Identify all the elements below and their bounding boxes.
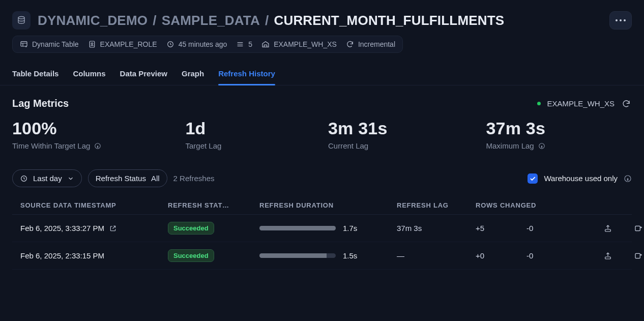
- chip-role-text: EXAMPLE_ROLE: [100, 40, 157, 48]
- refresh-count: 2 Refreshes: [173, 174, 215, 183]
- refresh-status-value: All: [151, 174, 160, 183]
- row-duration: 1.5s: [259, 251, 397, 260]
- svg-point-0: [18, 17, 24, 19]
- th-source-ts[interactable]: SOURCE DATA TIMESTAMP: [20, 201, 168, 209]
- table-header: SOURCE DATA TIMESTAMP REFRESH STAT… REFR…: [12, 196, 632, 215]
- metric-label: Time Within Target Lag: [12, 141, 90, 150]
- breadcrumb: DYNAMIC_DEMO / SAMPLE_DATA / CURRENT_MON…: [12, 11, 504, 30]
- warehouse-status-name: EXAMPLE_WH_XS: [547, 99, 614, 108]
- row-rows-removed: -0: [526, 224, 593, 232]
- chip-age: 45 minutes ago: [166, 40, 227, 48]
- metric-value: 3m 31s: [328, 119, 474, 138]
- refresh-table: SOURCE DATA TIMESTAMP REFRESH STAT… REFR…: [0, 196, 644, 270]
- metric-value: 100%: [12, 119, 158, 138]
- th-duration[interactable]: REFRESH DURATION: [259, 201, 397, 209]
- chip-rows-text: 5: [248, 40, 252, 48]
- warehouse-only-label: Warehouse used only: [544, 174, 618, 183]
- refresh-status-filter[interactable]: Refresh Status All: [88, 169, 167, 187]
- row-rows-added: +5: [476, 224, 526, 232]
- svg-rect-1: [21, 42, 27, 46]
- th-status[interactable]: REFRESH STAT…: [168, 201, 259, 209]
- metric-value: 37m 3s: [486, 119, 632, 138]
- warehouse-only-checkbox[interactable]: [528, 173, 538, 184]
- overflow-menu-button[interactable]: [609, 11, 632, 30]
- row-upload-icon[interactable]: [593, 224, 623, 232]
- svg-point-3: [91, 43, 93, 44]
- row-upload-icon[interactable]: [593, 252, 623, 260]
- chip-warehouse: EXAMPLE_WH_XS: [261, 40, 337, 48]
- clock-icon: [20, 174, 28, 183]
- th-rows-changed[interactable]: ROWS CHANGED: [476, 201, 593, 209]
- breadcrumb-seg-object: CURRENT_MONTH_FULFILLMENTS: [274, 13, 504, 28]
- breadcrumb-seg-db[interactable]: DYNAMIC_DEMO: [38, 13, 148, 28]
- refresh-button[interactable]: [621, 98, 632, 109]
- refresh-mode-icon: [346, 40, 354, 48]
- ellipsis-icon: [616, 19, 626, 21]
- chip-rows: 5: [236, 40, 252, 48]
- row-goto-icon[interactable]: [623, 224, 644, 232]
- info-icon[interactable]: [94, 142, 101, 150]
- row-rows-removed: -0: [526, 251, 593, 260]
- chips-container: Dynamic Table EXAMPLE_ROLE 45 minutes ag…: [12, 36, 403, 53]
- chip-refresh-mode: Incremental: [346, 40, 395, 48]
- chip-refresh-mode-text: Incremental: [358, 40, 395, 48]
- metric-label: Current Lag: [328, 141, 368, 150]
- metric-current-lag: 3m 31s Current Lag: [328, 119, 474, 150]
- svg-rect-11: [605, 257, 611, 259]
- info-icon[interactable]: [538, 142, 545, 150]
- database-icon: [12, 11, 31, 30]
- duration-bar: [259, 253, 336, 258]
- tab-data-preview[interactable]: Data Preview: [120, 64, 167, 85]
- svg-rect-12: [635, 253, 640, 258]
- info-icon[interactable]: [624, 174, 632, 183]
- role-icon: [88, 40, 96, 48]
- tab-table-details[interactable]: Table Details: [12, 64, 58, 85]
- tab-refresh-history[interactable]: Refresh History: [218, 64, 275, 85]
- page-header: DYNAMIC_DEMO / SAMPLE_DATA / CURRENT_MON…: [0, 0, 644, 35]
- breadcrumb-sep-1: /: [153, 13, 156, 28]
- table-row[interactable]: Feb 6, 2025, 2:33:15 PM Succeeded 1.5s —…: [12, 242, 632, 270]
- metric-value: 1d: [186, 119, 316, 138]
- time-range-label: Last day: [33, 174, 62, 183]
- row-goto-icon[interactable]: [623, 252, 644, 260]
- row-ts: Feb 6, 2025, 3:33:27 PM: [20, 224, 104, 232]
- object-chips: Dynamic Table EXAMPLE_ROLE 45 minutes ag…: [0, 35, 644, 59]
- tab-columns[interactable]: Columns: [73, 64, 105, 85]
- tab-graph[interactable]: Graph: [182, 64, 204, 85]
- rows-icon: [236, 40, 244, 48]
- svg-rect-10: [635, 226, 640, 230]
- lag-title: Lag Metrics: [12, 98, 69, 109]
- row-duration-text: 1.5s: [343, 251, 357, 260]
- refresh-status-label: Refresh Status: [96, 174, 146, 183]
- table-row[interactable]: Feb 6, 2025, 3:33:27 PM Succeeded 1.7s 3…: [12, 215, 632, 242]
- status-badge: Succeeded: [168, 222, 214, 235]
- th-lag[interactable]: REFRESH LAG: [397, 201, 476, 209]
- breadcrumb-seg-schema[interactable]: SAMPLE_DATA: [162, 13, 260, 28]
- chip-dynamic-table-text: Dynamic Table: [32, 40, 79, 48]
- metric-time-within-target: 100% Time Within Target Lag: [12, 119, 158, 150]
- row-rows-added: +0: [476, 251, 526, 260]
- chip-role: EXAMPLE_ROLE: [88, 40, 157, 48]
- chevron-down-icon: [67, 175, 74, 182]
- chip-dynamic-table: Dynamic Table: [20, 40, 79, 48]
- open-in-new-icon[interactable]: [109, 225, 116, 232]
- chip-age-text: 45 minutes ago: [179, 40, 227, 48]
- filters-row: Last day Refresh Status All 2 Refreshes …: [0, 169, 644, 187]
- metric-label: Target Lag: [186, 141, 222, 150]
- row-duration: 1.7s: [259, 224, 397, 232]
- svg-rect-9: [605, 229, 611, 231]
- chip-warehouse-text: EXAMPLE_WH_XS: [274, 40, 337, 48]
- breadcrumb-sep-2: /: [265, 13, 269, 28]
- time-range-picker[interactable]: Last day: [12, 169, 82, 187]
- warehouse-icon: [261, 40, 270, 48]
- row-duration-text: 1.7s: [343, 224, 357, 232]
- row-ts: Feb 6, 2025, 2:33:15 PM: [20, 251, 104, 260]
- metric-target-lag: 1d Target Lag: [170, 119, 316, 150]
- status-badge: Succeeded: [168, 249, 214, 262]
- warehouse-status: EXAMPLE_WH_XS: [537, 98, 632, 109]
- lag-section: Lag Metrics EXAMPLE_WH_XS 100% Time With…: [0, 85, 644, 150]
- metric-maximum-lag: 37m 3s Maximum Lag: [486, 119, 632, 150]
- lag-metrics: 100% Time Within Target Lag 1d Target La…: [12, 119, 632, 150]
- row-lag: —: [397, 251, 476, 260]
- duration-bar: [259, 226, 336, 230]
